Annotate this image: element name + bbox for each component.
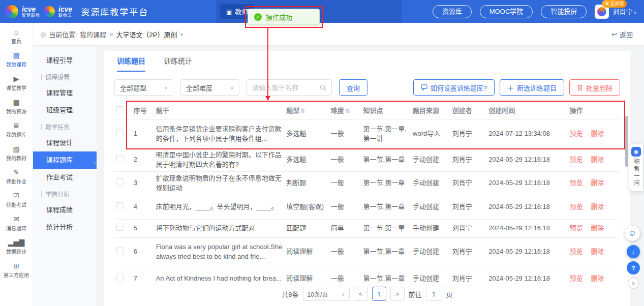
cell-type: 填空题(客观) [286,202,331,212]
help-icon: ? [631,264,635,272]
stem-search-input[interactable] [252,84,312,91]
preview-link[interactable]: 预览 [570,156,583,163]
column-header-source: 题目来源 [413,106,452,116]
help-button[interactable]: ? [627,261,640,274]
question-type-select[interactable]: 全部题型 ∨ [114,79,173,96]
delete-link[interactable]: 删除 [591,248,604,255]
icon-sidebar-item[interactable]: ▦ 我的资源 [0,95,33,118]
icon-sidebar-item[interactable]: ⌂ 首页 [0,25,33,48]
icon-sidebar-item[interactable]: ✎ 待批作业 [0,165,33,189]
icon-sidebar-item[interactable]: ▤ 我的课程 [0,48,33,72]
goto-page-input[interactable] [426,287,442,301]
app-root: icve 智慧职教 icve 职教云 资源库教学平台 ▣ 教师 资源库 MOOC… [0,0,644,306]
username[interactable]: 刘肖宁∨ [612,7,637,16]
preview-link[interactable]: 预览 [570,248,583,255]
cell-difficulty: 一般 [331,274,363,283]
resource-icon: ▦ [13,99,19,106]
chevron-down-icon: ∨ [230,85,234,90]
user-menu[interactable]: ♛正式版 刘肖宁∨ [595,5,637,19]
page-1-button[interactable]: 1 [372,287,386,301]
nav-resource-library-button[interactable]: 资源库 [433,5,472,18]
row-checkbox[interactable] [116,155,124,162]
menu-item[interactable]: 课程引导 [33,52,97,69]
icon-sidebar-item[interactable]: ✉ 消息通知 [0,212,33,235]
column-header-created: 创建时间 [488,106,569,116]
add-training-questions-button[interactable]: ＋ 新选训练题目 [500,79,564,96]
download-button[interactable]: ↓ [627,245,640,258]
delete-link[interactable]: 删除 [591,179,604,187]
delete-link[interactable]: 删除 [591,156,604,163]
search-button[interactable]: 查询 [339,79,367,96]
chevron-down-icon[interactable]: ∨ [179,32,183,37]
how-to-setup-bank-button[interactable]: 如何设置训练题库? [413,79,495,96]
qa-widget[interactable]: ◉ 职教一问 [629,144,643,191]
tab-training-stats[interactable]: 训练统计 [164,55,192,72]
row-checkbox[interactable] [116,224,124,231]
delete-link[interactable]: 删除 [591,130,604,137]
next-page-button[interactable]: > [390,287,405,301]
column-header-knowledge: 知识点 [363,106,413,116]
menu-item[interactable]: 统计分析 [33,219,97,236]
row-checkbox[interactable] [116,178,124,186]
prev-page-button[interactable]: < [354,287,368,301]
cell-type: 多选题 [286,129,331,139]
breadcrumb-current-course[interactable]: 大学语文（2P）原创 [116,29,177,39]
close-float-button[interactable]: × [628,278,639,289]
page-size-select[interactable]: 10条/页 ∨ [303,287,350,301]
menu-item[interactable]: 作业考试 [33,169,97,186]
icon-sidebar-item[interactable]: ☑ 待批考试 [0,189,33,212]
ai-assistant-button[interactable]: ☺ [625,226,640,241]
main-card: 训练题目 训练统计 全部题型 ∨ 全部难度 ∨ 查询 如何设置训练题库? [104,51,630,306]
goto-unit: 页 [446,289,453,299]
cell-created: 2024-05-29 12:16:18 [488,155,569,165]
column-header-type[interactable]: 题型⇅ [286,106,331,116]
row-checkbox[interactable] [116,247,124,254]
back-button[interactable]: ↩ 返回 [611,29,633,39]
menu-item[interactable]: 课程成绩 [33,201,97,219]
preview-link[interactable]: 预览 [570,179,583,187]
filter-row: 全部题型 ∨ 全部难度 ∨ 查询 如何设置训练题库? ＋ 新选训练题目 [104,72,630,103]
menu-item[interactable]: 课程题库 [33,151,97,169]
cell-actions: 预览 删除 [570,224,620,233]
preview-link[interactable]: 预览 [570,274,583,282]
cell-source: 手动创建 [413,155,452,165]
nav-mooc-button[interactable]: MOOC学院 [480,5,533,18]
icon-sidebar-item[interactable]: ▶ 课堂教学 [0,72,33,95]
cell-no: 7 [134,274,156,283]
menu-item[interactable]: 班级管理 [33,102,97,119]
sort-icon[interactable]: ⇅ [300,108,305,114]
cell-creator: 刘肖宁 [452,274,489,283]
cell-difficulty: 一般 [331,178,363,188]
menu-item[interactable]: 课程设计 [33,134,97,151]
cell-created: 2024-05-29 12:16:18 [488,224,569,233]
icon-sidebar-item[interactable]: ▂▅▇ 数据统计 [0,235,33,259]
table-body: 1 信用条件是销货企业要求赊购客户支付货款的条件，下列各项中属于信用条件组...… [114,120,620,283]
icon-sidebar-item[interactable]: ▧ 我的教材 [0,142,33,165]
delete-link[interactable]: 删除 [591,203,604,210]
collapse-sidebar-button[interactable]: « [94,159,97,166]
preview-link[interactable]: 预览 [570,224,583,232]
column-header-difficulty[interactable]: 难度⇅ [331,106,363,116]
row-checkbox[interactable] [116,202,124,209]
logo-sub: 智慧职教 [22,14,40,18]
nav-screen-cast-button[interactable]: 智能投屏 [541,5,587,18]
sort-icon[interactable]: ⇅ [345,108,350,114]
icon-sidebar-item[interactable]: ⊞ 第三方应用 [0,259,33,282]
scrollbar[interactable] [625,116,628,167]
select-all-checkbox[interactable] [116,106,124,113]
delete-link[interactable]: 删除 [591,274,604,282]
row-checkbox[interactable] [116,129,124,136]
menu-item[interactable]: 课程管理 [33,84,97,102]
breadcrumb-root-link[interactable]: 我的课程 [80,29,106,39]
tab-training-questions[interactable]: 训练题目 [117,55,145,72]
icon-sidebar-item[interactable]: ≣ 我的题库 [0,118,33,142]
preview-link[interactable]: 预览 [570,203,583,210]
row-checkbox[interactable] [116,274,124,281]
difficulty-select[interactable]: 全部难度 ∨ [180,79,239,96]
breadcrumb: ◎ 当前位置: 我的课程 > 大学语文（2P）原创 ∨ ↩ 返回 [33,23,644,46]
version-badge: ♛正式版 [602,0,627,8]
batch-delete-button[interactable]: 批量删除 [569,79,620,96]
delete-link[interactable]: 删除 [591,224,604,232]
breadcrumb-separator: > [109,30,113,38]
preview-link[interactable]: 预览 [570,130,583,137]
